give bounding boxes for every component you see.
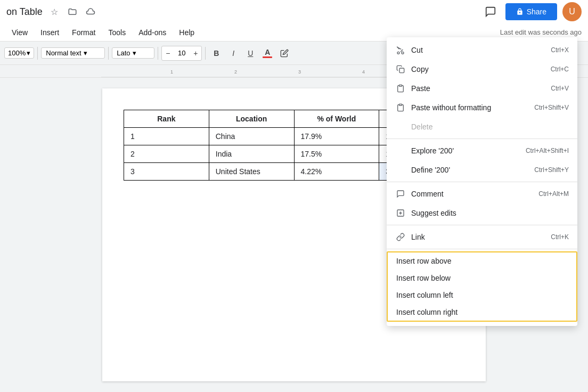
cell-pct-3[interactable]: 4.22% bbox=[294, 163, 379, 181]
text-color-button[interactable]: A bbox=[260, 46, 275, 61]
cell-pct-2[interactable]: 17.5% bbox=[294, 145, 379, 163]
ctx-copy-shortcut: Ctrl+C bbox=[551, 66, 569, 73]
ctx-divider-4 bbox=[387, 249, 577, 249]
ctx-explore-shortcut: Ctrl+Alt+Shift+I bbox=[526, 147, 569, 154]
ctx-insert-row-below-label: Insert row below bbox=[396, 274, 451, 282]
cell-rank-3[interactable]: 3 bbox=[124, 163, 209, 181]
explore-icon bbox=[395, 145, 406, 156]
define-icon bbox=[395, 165, 406, 175]
ctx-paste-shortcut: Ctrl+V bbox=[551, 85, 569, 92]
zoom-select[interactable]: 100% ▾ bbox=[4, 47, 34, 59]
toolbar-divider-3 bbox=[158, 47, 158, 60]
ctx-insert-row-above-label: Insert row above bbox=[396, 257, 452, 265]
highlight-button[interactable] bbox=[277, 46, 292, 61]
toolbar-divider-1 bbox=[37, 47, 38, 60]
suggest-icon bbox=[395, 208, 406, 218]
ctx-paste-plain-label: Paste without formatting bbox=[411, 103, 491, 112]
ctx-insert-row-below[interactable]: Insert row below bbox=[388, 270, 576, 287]
star-icon[interactable]: ☆ bbox=[47, 4, 62, 19]
svg-rect-9 bbox=[399, 104, 402, 105]
font-size-value[interactable]: 10 bbox=[174, 49, 190, 57]
toolbar-divider-2 bbox=[108, 47, 109, 60]
font-select[interactable]: Lato ▾ bbox=[112, 47, 154, 59]
ctx-define[interactable]: Define '200' Ctrl+Shift+Y bbox=[387, 160, 577, 179]
svg-text:4: 4 bbox=[362, 69, 365, 75]
ctx-link[interactable]: Link Ctrl+K bbox=[387, 227, 577, 247]
font-value: Lato bbox=[117, 49, 130, 57]
menu-addons[interactable]: Add-ons bbox=[133, 26, 172, 39]
submenu-highlight-box: Insert row above Insert row below Insert… bbox=[387, 251, 577, 322]
cell-location-3[interactable]: United States bbox=[209, 163, 294, 181]
svg-rect-7 bbox=[399, 68, 404, 73]
ctx-define-shortcut: Ctrl+Shift+Y bbox=[534, 166, 569, 174]
ctx-link-label: Link bbox=[411, 233, 425, 241]
share-label: Share bbox=[527, 7, 546, 16]
ctx-insert-col-left[interactable]: Insert column left bbox=[388, 287, 576, 304]
ctx-paste-plain-shortcut: Ctrl+Shift+V bbox=[534, 104, 569, 111]
underline-button[interactable]: U bbox=[243, 46, 258, 61]
menu-format[interactable]: Format bbox=[67, 26, 101, 39]
style-select[interactable]: Normal text ▾ bbox=[41, 47, 105, 59]
context-menu: Cut Ctrl+X Copy Ctrl+C Paste bbox=[387, 37, 577, 326]
ctx-copy[interactable]: Copy Ctrl+C bbox=[387, 60, 577, 79]
ctx-delete-label: Delete bbox=[411, 123, 432, 131]
cell-rank-1[interactable]: 1 bbox=[124, 128, 209, 145]
last-edit-status: Last edit was seconds ago bbox=[500, 28, 582, 36]
ctx-insert-row-above[interactable]: Insert row above bbox=[388, 252, 576, 270]
menu-tools[interactable]: Tools bbox=[103, 26, 131, 39]
comments-button[interactable] bbox=[481, 2, 500, 21]
ctx-cut-label: Cut bbox=[411, 46, 423, 54]
paste-icon bbox=[395, 83, 406, 94]
ctx-suggest-edits[interactable]: Suggest edits bbox=[387, 203, 577, 223]
font-size-box: − 10 + bbox=[161, 46, 202, 61]
cloud-icon[interactable] bbox=[83, 4, 98, 19]
bold-button[interactable]: B bbox=[209, 46, 224, 61]
ctx-suggest-label: Suggest edits bbox=[411, 209, 456, 217]
ctx-comment[interactable]: Comment Ctrl+Alt+M bbox=[387, 184, 577, 203]
menu-insert[interactable]: Insert bbox=[35, 26, 64, 39]
title-icons: ☆ bbox=[47, 4, 98, 19]
ctx-paste-plain[interactable]: Paste without formatting Ctrl+Shift+V bbox=[387, 98, 577, 117]
col-rank: Rank bbox=[124, 110, 209, 128]
ctx-divider-3 bbox=[387, 225, 577, 225]
svg-text:3: 3 bbox=[298, 69, 301, 75]
font-size-increase[interactable]: + bbox=[190, 46, 201, 60]
font-size-decrease[interactable]: − bbox=[162, 46, 174, 60]
paste-plain-icon bbox=[395, 102, 406, 113]
style-chevron-icon: ▾ bbox=[84, 49, 87, 57]
ctx-explore[interactable]: Explore '200' Ctrl+Alt+Shift+I bbox=[387, 141, 577, 160]
cut-icon bbox=[395, 45, 406, 55]
ctx-copy-label: Copy bbox=[411, 65, 429, 74]
title-bar: on Table ☆ Share U bbox=[0, 0, 588, 23]
zoom-chevron-icon: ▾ bbox=[27, 49, 30, 57]
ctx-explore-label: Explore '200' bbox=[411, 146, 454, 155]
link-icon bbox=[395, 232, 406, 242]
style-value: Normal text bbox=[46, 49, 81, 57]
ctx-cut-shortcut: Ctrl+X bbox=[551, 46, 569, 54]
avatar[interactable]: U bbox=[562, 2, 582, 21]
ctx-divider-1 bbox=[387, 138, 577, 139]
ctx-comment-shortcut: Ctrl+Alt+M bbox=[538, 190, 569, 198]
cell-rank-2[interactable]: 2 bbox=[124, 145, 209, 163]
doc-title: on Table bbox=[6, 6, 43, 18]
col-location: Location bbox=[209, 110, 294, 128]
folder-icon[interactable] bbox=[65, 4, 80, 19]
ctx-insert-col-left-label: Insert column left bbox=[396, 291, 453, 299]
italic-button[interactable]: I bbox=[226, 46, 241, 61]
ctx-link-shortcut: Ctrl+K bbox=[551, 233, 569, 241]
ctx-insert-col-right[interactable]: Insert column right bbox=[388, 304, 576, 321]
top-right-actions: Share U bbox=[481, 2, 582, 21]
cell-location-2[interactable]: India bbox=[209, 145, 294, 163]
ctx-cut[interactable]: Cut Ctrl+X bbox=[387, 40, 577, 60]
ctx-delete: Delete bbox=[387, 117, 577, 136]
share-button[interactable]: Share bbox=[505, 3, 557, 20]
ctx-paste-label: Paste bbox=[411, 84, 430, 93]
delete-icon bbox=[395, 121, 406, 132]
menu-view[interactable]: View bbox=[6, 26, 33, 39]
cell-location-1[interactable]: China bbox=[209, 128, 294, 145]
comment-icon bbox=[395, 189, 406, 199]
cell-pct-1[interactable]: 17.9% bbox=[294, 128, 379, 145]
ctx-paste[interactable]: Paste Ctrl+V bbox=[387, 79, 577, 98]
toolbar-divider-4 bbox=[205, 47, 206, 60]
menu-help[interactable]: Help bbox=[174, 26, 200, 39]
